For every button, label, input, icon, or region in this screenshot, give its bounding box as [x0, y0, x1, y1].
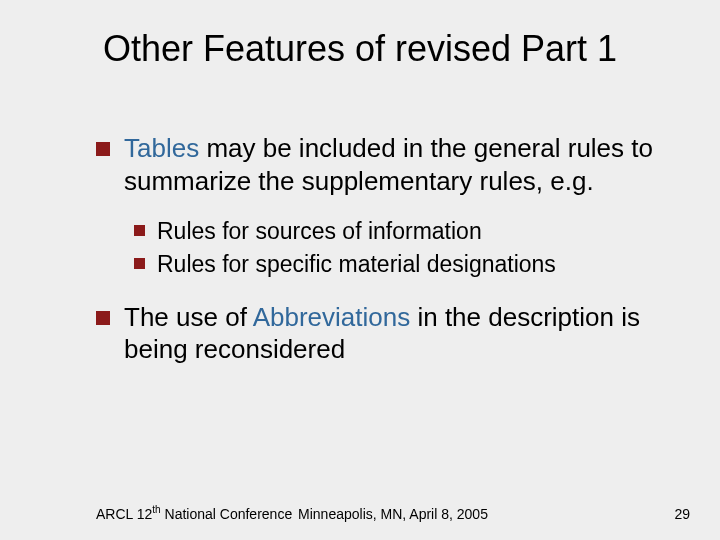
- slide-title: Other Features of revised Part 1: [0, 28, 720, 70]
- bullet-icon: [96, 311, 110, 325]
- footer-left-sup: th: [152, 504, 160, 515]
- bullet-icon: [134, 225, 145, 236]
- keyword: Abbreviations: [253, 302, 411, 332]
- slide-number: 29: [674, 506, 690, 522]
- bullet-item: The use of Abbreviations in the descript…: [96, 301, 660, 366]
- bullet-icon: [96, 142, 110, 156]
- slide: Other Features of revised Part 1 Tables …: [0, 0, 720, 540]
- sub-bullet-list: Rules for sources of information Rules f…: [134, 217, 660, 279]
- sub-bullet-item: Rules for specific material designations: [134, 250, 660, 279]
- sub-bullet-item: Rules for sources of information: [134, 217, 660, 246]
- bullet-text: The use of Abbreviations in the descript…: [124, 301, 660, 366]
- bullet-icon: [134, 258, 145, 269]
- sub-bullet-text: Rules for specific material designations: [157, 250, 556, 279]
- bullet-text: Tables may be included in the general ru…: [124, 132, 660, 197]
- sub-bullet-text: Rules for sources of information: [157, 217, 482, 246]
- footer-left-a: ARCL 12: [96, 506, 152, 522]
- bullet-suffix: may be included in the general rules to …: [124, 133, 653, 196]
- bullet-item: Tables may be included in the general ru…: [96, 132, 660, 197]
- footer-left: ARCL 12th National Conference: [96, 504, 292, 522]
- footer-left-b: National Conference: [161, 506, 293, 522]
- slide-content: Tables may be included in the general ru…: [96, 132, 660, 386]
- footer: Minneapolis, MN, April 8, 2005 ARCL 12th…: [96, 504, 690, 522]
- keyword: Tables: [124, 133, 199, 163]
- bullet-prefix: The use of: [124, 302, 253, 332]
